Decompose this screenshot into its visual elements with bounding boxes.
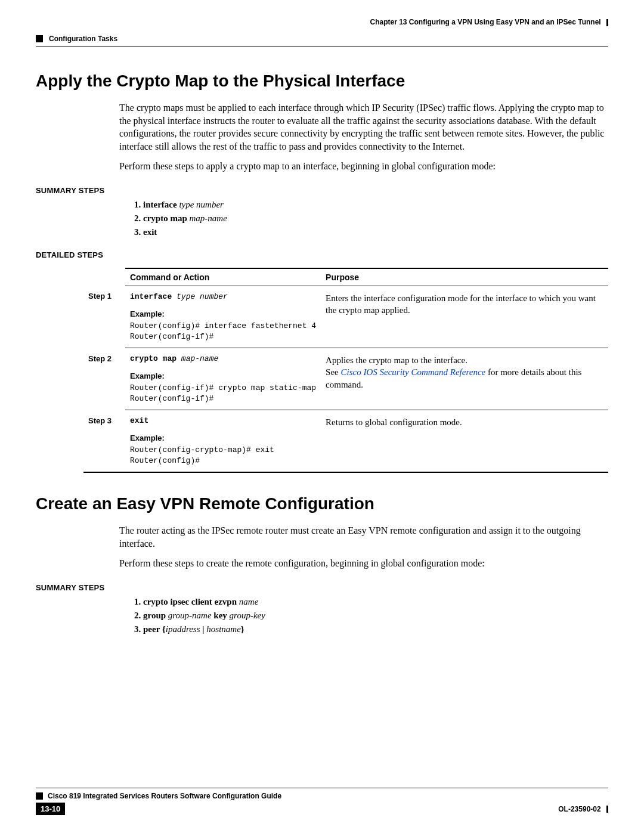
chapter-title: Chapter 13 Configuring a VPN Using Easy … <box>36 18 608 26</box>
page-header: Chapter 13 Configuring a VPN Using Easy … <box>36 18 608 47</box>
header-bar-icon <box>606 19 608 26</box>
footer-square-icon <box>36 792 43 800</box>
command-cell: crypto map map-name Example: Router(conf… <box>125 348 321 410</box>
section2-para2: Perform these steps to create the remote… <box>36 557 608 570</box>
table-row: Step 1 interface type number Example: Ro… <box>83 286 608 348</box>
header-rule <box>36 47 608 47</box>
summary2-step-2: group group-name key group-key <box>143 611 608 621</box>
example-label: Example: <box>130 309 316 318</box>
doc-id: OL-23590-02 <box>558 805 608 813</box>
summary2-step-3: peer {ipaddress | hostname} <box>143 624 608 634</box>
page-number: 13-10 <box>36 803 65 815</box>
example-label: Example: <box>130 371 316 380</box>
summary-steps-label-2: SUMMARY STEPS <box>36 583 608 592</box>
header-subtitle: Configuration Tasks <box>36 35 608 43</box>
footer-left: Cisco 819 Integrated Services Routers So… <box>36 792 281 800</box>
summary-steps-list: interface type number crypto map map-nam… <box>36 200 608 237</box>
content: Apply the Crypto Map to the Physical Int… <box>36 66 608 638</box>
header-subtitle-text: Configuration Tasks <box>49 35 117 43</box>
command-cell: exit Example: Router(config-crypto-map)#… <box>125 410 321 473</box>
col-step <box>83 268 125 286</box>
summary-step-3: exit <box>143 227 608 237</box>
step-number: Step 1 <box>83 286 125 348</box>
header-square-icon <box>36 35 43 42</box>
footer-bar-icon <box>606 806 608 813</box>
example-label: Example: <box>130 433 316 442</box>
summary-steps-list-2: crypto ipsec client ezvpn name group gro… <box>36 597 608 634</box>
example-block: Router(config-if)# crypto map static-map… <box>130 383 316 404</box>
purpose-cell: Enters the interface configuration mode … <box>321 286 608 348</box>
section1-para1: The crypto maps must be applied to each … <box>36 101 608 153</box>
table-row: Step 3 exit Example: Router(config-crypt… <box>83 410 608 473</box>
summary2-step-1: crypto ipsec client ezvpn name <box>143 597 608 607</box>
command-cell: interface type number Example: Router(co… <box>125 286 321 348</box>
cisco-ios-security-link[interactable]: Cisco IOS Security Command Reference <box>340 367 485 377</box>
summary-step-2: crypto map map-name <box>143 213 608 224</box>
page-footer: Cisco 819 Integrated Services Routers So… <box>36 788 608 815</box>
chapter-title-text: Chapter 13 Configuring a VPN Using Easy … <box>370 18 600 26</box>
detailed-steps-label: DETAILED STEPS <box>36 250 608 259</box>
summary-step-1: interface type number <box>143 200 608 210</box>
purpose-cell: Applies the crypto map to the interface.… <box>321 348 608 410</box>
footer-guide: Cisco 819 Integrated Services Routers So… <box>48 792 281 800</box>
detailed-steps-table: Command or Action Purpose Step 1 interfa… <box>83 268 608 473</box>
section2-title: Create an Easy VPN Remote Configuration <box>36 494 608 513</box>
page: Chapter 13 Configuring a VPN Using Easy … <box>0 0 644 833</box>
footer-rule <box>36 788 608 788</box>
step-number: Step 2 <box>83 348 125 410</box>
step-number: Step 3 <box>83 410 125 473</box>
col-purpose: Purpose <box>321 268 608 286</box>
section2-para1: The router acting as the IPSec remote ro… <box>36 524 608 550</box>
section1-title: Apply the Crypto Map to the Physical Int… <box>36 72 608 91</box>
summary-steps-label: SUMMARY STEPS <box>36 186 608 195</box>
purpose-cell: Returns to global configuration mode. <box>321 410 608 473</box>
section1-para2: Perform these steps to apply a crypto ma… <box>36 160 608 173</box>
example-block: Router(config)# interface fastethernet 4… <box>130 321 316 342</box>
col-command: Command or Action <box>125 268 321 286</box>
table-row: Step 2 crypto map map-name Example: Rout… <box>83 348 608 410</box>
example-block: Router(config-crypto-map)# exit Router(c… <box>130 445 316 466</box>
